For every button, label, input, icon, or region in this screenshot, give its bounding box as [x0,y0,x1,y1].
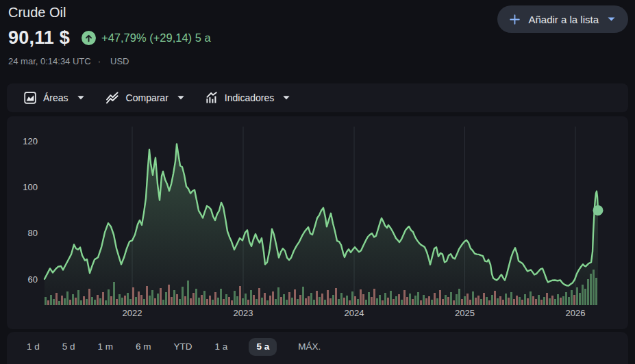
volume-bar [568,297,570,305]
toolbar-item-indicadores[interactable]: Indicadores [206,92,290,104]
chevron-down-icon [608,17,615,21]
volume-bar [86,299,88,305]
volume-bar [261,298,263,305]
volume-bar [519,297,521,305]
range-button-max[interactable]: MÁX. [297,338,322,356]
volume-bar [173,290,175,305]
volume-bar [310,293,312,305]
current-price-dot [593,205,603,216]
volume-bar [256,299,258,305]
range-button-1a[interactable]: 1 a [214,338,229,356]
volume-bar [510,292,512,305]
volume-bar [50,295,52,305]
chevron-down-icon [283,96,290,100]
volume-bar [231,300,233,305]
volume-bar [151,290,153,305]
volume-bar [277,287,279,305]
y-axis-label: 80 [10,228,38,238]
indicators-icon [206,92,218,104]
volume-bar [527,298,529,305]
volume-bar [450,292,452,305]
volume-bar [102,292,104,305]
volume-bar [201,295,203,305]
volume-bar [382,300,384,305]
volume-bar [154,298,156,305]
volume-bar [140,295,142,305]
volume-bar [302,287,304,305]
volume-bar [346,296,348,305]
volume-bar [88,289,90,305]
price-row: 90,11 $ +47,79% (+29,14) 5 a [8,27,211,49]
watchlist-button-label: Añadir a la lista [528,14,599,25]
volume-bar [124,296,126,305]
volume-bar [379,295,381,305]
volume-bar [64,298,66,305]
currency-label: USD [110,56,129,66]
range-button-ytd[interactable]: YTD [173,338,194,356]
volume-bar [195,289,197,305]
volume-bar [332,295,334,305]
volume-bar [162,300,164,305]
volume-bar [431,300,433,305]
volume-bar [239,286,241,305]
range-button-6m[interactable]: 6 m [134,338,153,356]
current-price: 90,11 $ [8,27,70,49]
volume-bar [579,293,581,305]
range-button-1m[interactable]: 1 m [97,338,115,356]
volume-bar [69,300,71,305]
range-button-5a[interactable]: 5 a [249,338,277,356]
price-change: +47,79% (+29,14) 5 a [101,31,211,44]
add-to-watchlist-button[interactable]: Añadir a la lista [497,5,628,33]
range-button-5d[interactable]: 5 d [61,338,77,356]
volume-bar [505,294,507,305]
volume-bar [387,298,389,305]
volume-bar [264,293,266,305]
volume-bar [532,296,534,305]
volume-bar [108,289,110,305]
volume-bar [338,299,340,305]
volume-bar [464,296,466,305]
toolbar-item-label: Áreas [43,92,69,103]
volume-bar [321,294,323,305]
volume-bar [571,290,573,305]
dot-separator: · [98,56,101,66]
volume-bar [245,294,247,305]
price-chart-panel: 120 100 80 60 2022 2023 2024 2025 2026 [7,116,628,329]
price-chart[interactable] [7,116,628,329]
volume-bar [417,292,419,305]
volume-bar [554,299,556,305]
volume-bar [543,297,545,305]
range-button-1d[interactable]: 1 d [25,338,41,356]
volume-bar [483,293,485,305]
volume-bar [494,291,496,305]
toolbar-item-comparar[interactable]: Comparar [105,92,184,104]
volume-bar [401,300,403,305]
volume-bar [477,296,480,305]
volume-bar [225,294,227,305]
volume-bar [502,300,504,305]
volume-bar [138,291,140,305]
volume-bar [110,296,112,305]
volume-bar [228,297,230,305]
volume-bar [308,296,310,305]
volume-bar [116,299,118,305]
change-up-icon [82,31,96,45]
volume-bar [291,298,293,305]
volume-bar [212,300,214,305]
volume-bar [184,296,186,305]
volume-bar [499,296,501,305]
volume-bar [160,288,162,305]
volume-bar [458,289,460,305]
page-title: Crude Oil [8,5,66,21]
volume-bar [247,300,249,305]
volume-bar [469,300,471,305]
chart-toolbar: Áreas Comparar Indicadores [7,83,628,112]
toolbar-item-areas[interactable]: Áreas [24,92,84,104]
price-meta: 24 mar, 0:14:34 UTC · USD [8,56,129,66]
volume-bar [530,291,532,305]
volume-bar [560,298,562,305]
volume-bar [319,297,321,305]
volume-bar [362,294,364,305]
volume-bar [466,294,469,305]
volume-bar [480,299,482,305]
